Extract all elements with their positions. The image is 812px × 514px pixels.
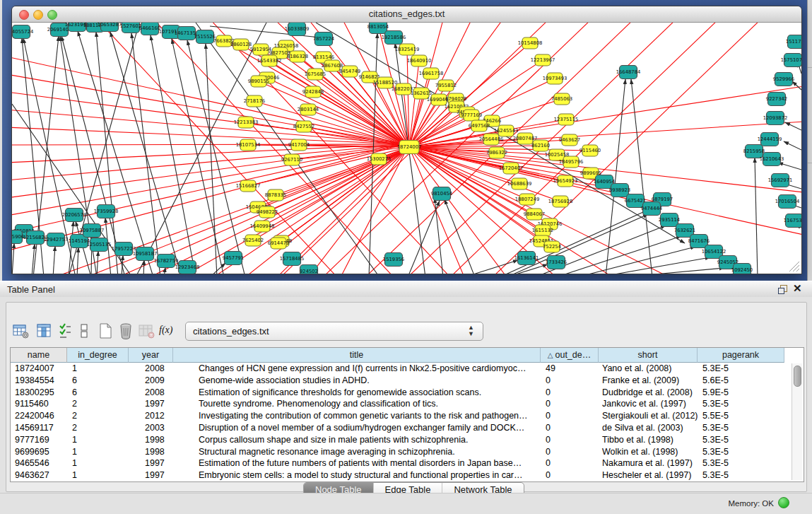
graph-node[interactable]: 9498222 xyxy=(257,206,278,218)
graph-node[interactable]: 1675685 xyxy=(305,69,326,80)
table-settings-icon[interactable] xyxy=(12,322,29,339)
table-row[interactable]: 911546021997Tourette syndrome. Phenomeno… xyxy=(11,398,804,410)
graph-node[interactable]: 10688639 xyxy=(507,178,532,189)
graph-node[interactable]: 12093872 xyxy=(763,112,788,125)
table-selector-dropdown[interactable]: citations_edges.txt ▲▼ xyxy=(185,322,483,341)
new-table-icon[interactable] xyxy=(97,322,114,339)
graph-node[interactable]: 18640910 xyxy=(407,55,432,66)
graph-node[interactable]: 2803144 xyxy=(298,104,319,115)
column-header-in_degree[interactable]: in_degree xyxy=(67,348,129,363)
graph-node[interactable]: 8427552 xyxy=(293,121,314,132)
table-row[interactable]: 946362711997Embryonic stem cells: a mode… xyxy=(11,469,804,481)
select-columns-icon[interactable] xyxy=(59,322,71,339)
graph-node[interactable]: 12213383 xyxy=(234,117,259,128)
graph-node[interactable]: 18756928 xyxy=(548,196,573,207)
column-chooser-icon[interactable] xyxy=(35,322,52,339)
graph-node[interactable]: 1092450 xyxy=(731,264,753,274)
function-builder-icon[interactable]: f(x) xyxy=(159,325,180,341)
table-row[interactable]: 969969511998Structural magnetic resonanc… xyxy=(11,446,804,458)
graph-node[interactable]: 9777169 xyxy=(461,110,482,121)
graph-node[interactable]: 19218586 xyxy=(382,31,406,45)
graph-node[interactable]: 8878335 xyxy=(265,189,286,201)
graph-node[interactable]: 1511752 xyxy=(786,35,801,49)
graph-node[interactable]: 9115460 xyxy=(579,145,601,156)
graph-node[interactable]: 16033809 xyxy=(285,23,310,36)
graph-node[interactable]: 15751074 xyxy=(781,54,801,67)
float-panel-button[interactable] xyxy=(778,285,787,294)
table-row[interactable]: 977716911998Corpus callosum shape and si… xyxy=(11,434,804,446)
graph-node[interactable]: 752254 xyxy=(543,241,561,252)
delete-table-icon[interactable] xyxy=(138,322,155,339)
graph-node[interactable]: 862160 xyxy=(531,140,550,151)
graph-node[interactable]: 20206576 xyxy=(62,209,87,222)
table-row[interactable]: 2242004622012Investigating the contribut… xyxy=(11,410,804,422)
graph-node[interactable]: 9227342 xyxy=(766,93,787,106)
network-canvas[interactable]: 7663822986012859129541522605898275031654… xyxy=(12,23,801,274)
resize-grip-icon[interactable] xyxy=(789,262,799,271)
graph-node[interactable]: 1733426 xyxy=(546,256,567,269)
graph-node[interactable]: 12375115 xyxy=(554,114,579,125)
graph-node[interactable]: 9810454 xyxy=(431,187,452,201)
graph-node[interactable]: 24055724 xyxy=(12,25,33,39)
graph-node[interactable]: 9242848 xyxy=(302,86,324,98)
graph-node[interactable]: 7485063 xyxy=(551,93,572,105)
table-row[interactable]: 1456911722003Disruption of a novel membe… xyxy=(11,422,804,434)
table-row[interactable]: 946554611997Estimation of the future num… xyxy=(11,457,804,469)
graph-node[interactable]: 6497568 xyxy=(469,120,490,132)
graph-node[interactable]: 17016504 xyxy=(775,195,800,209)
graph-node[interactable]: 12942757 xyxy=(44,233,69,247)
graph-node[interactable]: 16210643 xyxy=(760,153,784,166)
graph-node[interactable]: 9884067 xyxy=(524,209,545,220)
graph-node[interactable]: 16720407 xyxy=(499,163,524,174)
memory-status-indicator[interactable] xyxy=(778,497,789,508)
graph-node[interactable]: 9267110 xyxy=(281,154,302,165)
hub-node[interactable]: 18724007 xyxy=(397,141,422,154)
graph-node[interactable]: 5912954 xyxy=(250,44,271,55)
column-header-short[interactable]: short xyxy=(599,348,698,363)
graph-node[interactable]: 10653287 xyxy=(98,23,122,32)
graph-node[interactable]: 16136141 xyxy=(514,252,539,265)
table-panel-titlebar[interactable]: Table Panel ✕ xyxy=(0,281,812,298)
graph-node[interactable]: 17359928 xyxy=(94,205,119,218)
table-row[interactable]: 1872400712008Changes of HCN gene express… xyxy=(11,363,804,375)
graph-node[interactable]: 8186328 xyxy=(287,51,308,62)
graph-node[interactable]: 9529966 xyxy=(773,73,794,86)
graph-node[interactable]: 9315906 xyxy=(12,230,24,244)
table-row[interactable]: 1938455462009Genome-wide association stu… xyxy=(11,375,804,387)
graph-node[interactable]: 15692971 xyxy=(768,174,793,187)
column-header-out_de[interactable]: △out_de… xyxy=(541,348,599,363)
graph-node[interactable]: 9417004 xyxy=(288,139,310,151)
graph-node[interactable]: 7515526 xyxy=(194,30,216,44)
graph-node[interactable]: 1519356 xyxy=(383,253,404,267)
column-header-pagerank[interactable]: pagerank xyxy=(698,348,784,363)
graph-node[interactable]: 7986322 xyxy=(486,147,507,158)
table-row[interactable]: 1830029562008Estimation of significance … xyxy=(11,387,804,399)
graph-node[interactable]: 8454749 xyxy=(339,66,360,77)
graph-node[interactable]: 2718176 xyxy=(244,95,265,107)
graph-node[interactable]: 7955812 xyxy=(435,80,457,91)
graph-node[interactable]: 9890155 xyxy=(248,76,269,87)
graph-node[interactable]: 18325419 xyxy=(395,44,420,55)
graph-node[interactable]: 6466160 xyxy=(139,23,160,35)
column-header-name[interactable]: name xyxy=(11,348,67,363)
column-header-year[interactable]: year xyxy=(129,348,173,363)
window-titlebar[interactable]: citations_edges.txt xyxy=(12,6,801,23)
scrollbar-thumb[interactable] xyxy=(794,366,801,387)
vertical-scrollbar[interactable] xyxy=(792,363,802,480)
graph-node[interactable]: 10154808 xyxy=(518,37,543,49)
graph-node[interactable]: 7625402 xyxy=(242,235,264,246)
graph-node[interactable]: 12505135 xyxy=(87,238,112,252)
row-height-icon[interactable] xyxy=(79,322,89,339)
delete-column-trash-icon[interactable] xyxy=(117,322,134,339)
graph-node[interactable]: 12444159 xyxy=(758,133,782,146)
graph-node[interactable]: 924502 xyxy=(300,265,318,274)
graph-node[interactable]: 16648784 xyxy=(616,66,641,79)
graph-node[interactable]: 10975887 xyxy=(80,224,105,238)
graph-node[interactable]: 6914479 xyxy=(268,238,289,249)
graph-node[interactable]: 7857224 xyxy=(313,33,334,46)
graph-node[interactable]: 16961758 xyxy=(419,68,444,79)
graph-node[interactable]: 1527602 xyxy=(120,23,141,33)
graph-node[interactable]: 15166827 xyxy=(236,180,261,192)
graph-node[interactable]: 1167533 xyxy=(784,214,801,228)
graph-node[interactable]: 12213967 xyxy=(531,54,555,66)
